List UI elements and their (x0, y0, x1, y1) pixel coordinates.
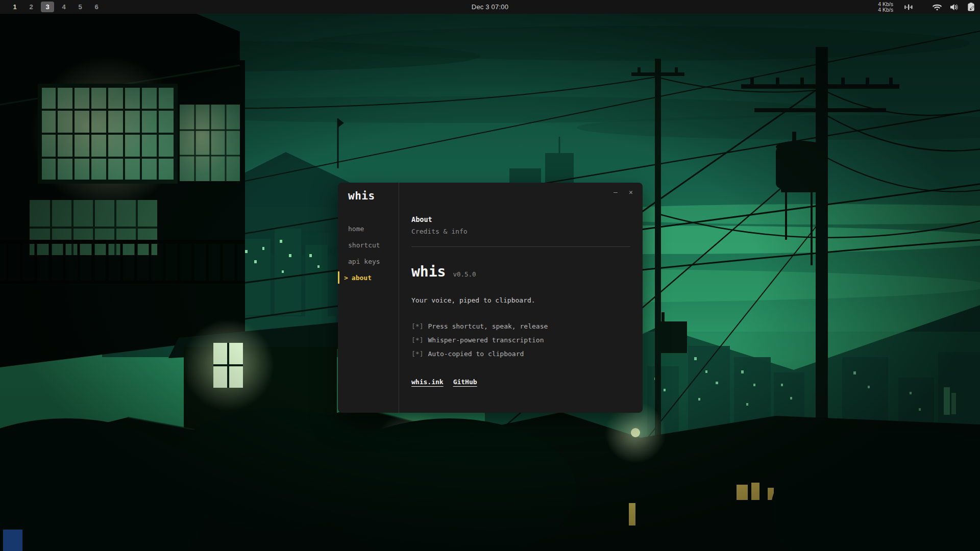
clipboard-edit-icon[interactable] (966, 2, 976, 12)
top-bar: 1 2 3 4 5 6 Dec 3 07:00 4 Kb/s 4 Kb/s (0, 0, 980, 14)
app-title-row: whis v0.5.0 (411, 263, 476, 280)
app-name: whis (411, 263, 446, 280)
network-speed-up: 4 Kb/s (878, 2, 893, 7)
feature-item: [*]Press shortcut, speak, release (411, 322, 548, 332)
sidebar-item-label: api keys (348, 258, 380, 265)
wifi-icon[interactable] (932, 2, 942, 12)
app-version: v0.5.0 (453, 270, 476, 278)
footer-links: whis.ink GitHub (411, 378, 477, 386)
workspace-5[interactable]: 5 (74, 2, 87, 12)
whis-app-window: – ✕ whis home shortcut api keys > about … (338, 183, 643, 413)
github-link[interactable]: GitHub (453, 378, 477, 386)
sidebar-item-api-keys[interactable]: api keys (338, 253, 399, 269)
workspace-3[interactable]: 3 (41, 2, 54, 12)
feature-item: [*]Whisper-powered transcription (411, 336, 548, 345)
feature-text: Auto-copied to clipboard (428, 350, 524, 358)
sidebar-item-shortcut[interactable]: shortcut (338, 237, 399, 253)
sidebar-item-home[interactable]: home (338, 220, 399, 237)
feature-bullet: [*] (411, 350, 423, 358)
workspace-1[interactable]: 1 (8, 2, 21, 12)
app-tagline: Your voice, piped to clipboard. (411, 296, 535, 304)
page-subtitle: Credits & info (411, 228, 468, 235)
feature-text: Whisper-powered transcription (428, 336, 544, 344)
sidebar-divider (399, 183, 399, 413)
sidebar-item-label: about (352, 274, 372, 282)
active-item-chevron: > (344, 274, 348, 282)
about-page: About Credits & info whis v0.5.0 Your vo… (411, 183, 643, 413)
sidebar-item-label: home (348, 225, 364, 233)
whis-ink-link[interactable]: whis.ink (411, 378, 444, 386)
sidebar-nav: home shortcut api keys > about (338, 220, 399, 286)
network-speed: 4 Kb/s 4 Kb/s (878, 2, 893, 13)
sidebar-item-about[interactable]: > about (338, 269, 399, 286)
page-title: About (411, 215, 432, 223)
audio-levels-icon[interactable] (903, 2, 913, 12)
workspace-4[interactable]: 4 (57, 2, 70, 12)
feature-bullet: [*] (411, 322, 423, 330)
workspace-6[interactable]: 6 (90, 2, 103, 12)
clock[interactable]: Dec 3 07:00 (472, 3, 508, 11)
app-logo: whis (348, 190, 375, 202)
content-divider (411, 246, 630, 247)
feature-list: [*]Press shortcut, speak, release [*]Whi… (411, 322, 548, 364)
volume-icon[interactable] (949, 2, 959, 12)
feature-text: Press shortcut, speak, release (428, 322, 548, 330)
feature-bullet: [*] (411, 336, 423, 344)
active-item-indicator (338, 271, 339, 284)
workspace-2[interactable]: 2 (24, 2, 38, 12)
workspace-switcher: 1 2 3 4 5 6 (0, 2, 106, 12)
feature-item: [*]Auto-copied to clipboard (411, 350, 548, 359)
network-speed-down: 4 Kb/s (878, 7, 893, 13)
sidebar-item-label: shortcut (348, 241, 380, 249)
system-tray: 4 Kb/s 4 Kb/s (878, 0, 976, 14)
